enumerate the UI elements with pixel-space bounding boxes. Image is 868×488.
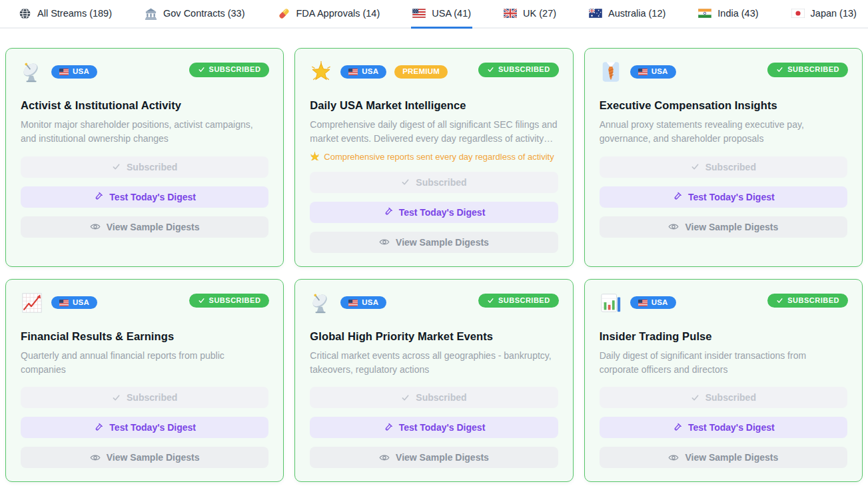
test-tube-icon	[93, 423, 103, 433]
card-title: Financial Results & Earnings	[21, 330, 268, 343]
card-title: Insider Trading Pulse	[600, 330, 847, 343]
tab-usa[interactable]: USA (41)	[411, 0, 472, 29]
tab-india[interactable]: India (43)	[697, 0, 759, 29]
check-icon	[691, 393, 699, 402]
tab-label: UK (27)	[523, 8, 556, 19]
tab-label: FDA Approvals (14)	[296, 8, 380, 19]
test-tube-icon	[383, 423, 393, 433]
usa-flag-icon	[59, 69, 69, 75]
subscribed-button[interactable]: Subscribed	[600, 156, 847, 178]
tab-japan[interactable]: Japan (13)	[790, 0, 858, 29]
tab-label: USA (41)	[432, 8, 471, 19]
check-icon	[112, 393, 121, 402]
view-samples-button[interactable]: View Sample Digests	[310, 447, 558, 468]
usa-flag-icon	[59, 300, 69, 306]
subscribed-status-badge: SUBSCRIBED	[767, 294, 848, 308]
test-digest-button[interactable]: Test Today's Digest	[600, 417, 847, 438]
view-samples-button[interactable]: View Sample Digests	[21, 447, 268, 468]
subscribed-button[interactable]: Subscribed	[310, 387, 558, 408]
test-tube-icon	[672, 423, 682, 433]
subscribed-button[interactable]: Subscribed	[21, 387, 268, 408]
tab-label: Australia (12)	[608, 8, 665, 19]
check-icon	[487, 297, 494, 304]
card-description: Quarterly and annual financial reports f…	[21, 349, 268, 377]
check-icon	[776, 297, 783, 304]
test-digest-button[interactable]: Test Today's Digest	[600, 186, 847, 208]
stream-card-insider-trading: SUBSCRIBED USA Insider Trading Pulse Dai…	[584, 279, 863, 483]
tab-fda-approvals[interactable]: FDA Approvals (14)	[276, 0, 382, 29]
eye-icon	[668, 222, 679, 231]
india-flag-icon	[698, 9, 711, 18]
eye-icon	[379, 238, 390, 246]
check-icon	[776, 66, 783, 73]
card-title: Daily USA Market Intelligence	[310, 99, 558, 112]
card-description: Annual proxy statements revealing execut…	[600, 118, 847, 146]
uk-flag-icon	[504, 9, 517, 18]
stream-card-executive-compensation: SUBSCRIBED USA Executive Compensation In…	[584, 48, 863, 267]
test-digest-button[interactable]: Test Today's Digest	[310, 202, 558, 223]
usa-country-badge: USA	[51, 65, 97, 79]
tab-label: Japan (13)	[811, 8, 857, 19]
test-digest-button[interactable]: Test Today's Digest	[21, 186, 268, 208]
usa-flag-icon	[348, 300, 358, 306]
card-title: Executive Compensation Insights	[600, 99, 847, 112]
japan-flag-icon	[791, 9, 805, 18]
eye-icon	[90, 222, 101, 231]
card-description: Comprehensive daily digest of all signif…	[310, 118, 558, 146]
view-samples-button[interactable]: View Sample Digests	[600, 216, 847, 238]
card-description: Daily digest of significant insider tran…	[600, 349, 847, 377]
stream-card-activist-institutional: SUBSCRIBED USA Activist & Institutional …	[5, 48, 284, 267]
chart-increasing-icon	[21, 292, 43, 314]
check-icon	[401, 393, 410, 402]
view-samples-button[interactable]: View Sample Digests	[600, 447, 847, 468]
tab-australia[interactable]: Australia (12)	[588, 0, 667, 29]
usa-country-badge: USA	[51, 296, 97, 310]
subscribed-status-badge: SUBSCRIBED	[478, 294, 559, 308]
check-icon	[198, 297, 205, 304]
usa-country-badge: USA	[630, 65, 676, 79]
card-title: Activist & Institutional Activity	[21, 99, 268, 112]
usa-flag-icon	[412, 9, 426, 18]
daily-delivery-note: Comprehensive reports sent every day reg…	[310, 152, 558, 162]
subscribed-status-badge: SUBSCRIBED	[189, 63, 270, 77]
australia-flag-icon	[589, 9, 602, 18]
test-digest-button[interactable]: Test Today's Digest	[21, 417, 268, 438]
subscribed-button[interactable]: Subscribed	[600, 387, 847, 408]
eye-icon	[668, 453, 679, 462]
test-tube-icon	[383, 207, 393, 217]
tab-all-streams[interactable]: All Streams (189)	[17, 0, 113, 29]
subscribed-status-badge: SUBSCRIBED	[478, 63, 559, 77]
glowing-star-icon	[310, 152, 320, 162]
tab-gov-contracts[interactable]: Gov Contracts (33)	[143, 0, 246, 29]
stream-card-global-high-priority: SUBSCRIBED USA Global High Priority Mark…	[294, 279, 573, 483]
glowing-star-icon	[310, 61, 332, 83]
usa-country-badge: USA	[340, 296, 386, 310]
view-samples-button[interactable]: View Sample Digests	[310, 232, 558, 253]
bar-chart-icon	[600, 292, 622, 314]
subscribed-button[interactable]: Subscribed	[21, 156, 268, 178]
card-description: Critical market events across all geogra…	[310, 349, 558, 377]
stream-filter-tabbar: All Streams (189) Gov Contracts (33) FDA…	[0, 0, 868, 29]
usa-flag-icon	[638, 300, 648, 306]
stream-card-grid: SUBSCRIBED USA Activist & Institutional …	[5, 48, 863, 482]
usa-flag-icon	[348, 69, 358, 75]
subscribed-status-badge: SUBSCRIBED	[767, 63, 848, 77]
check-icon	[401, 178, 410, 186]
view-samples-button[interactable]: View Sample Digests	[21, 216, 268, 238]
test-tube-icon	[672, 192, 682, 202]
usa-country-badge: USA	[340, 65, 386, 79]
test-digest-button[interactable]: Test Today's Digest	[310, 417, 558, 438]
tab-uk[interactable]: UK (27)	[502, 0, 558, 29]
usa-flag-icon	[638, 69, 648, 75]
stream-card-financial-results: SUBSCRIBED USA Financial Results & Earni…	[5, 279, 284, 483]
tab-label: India (43)	[717, 8, 758, 19]
subscribed-status-badge: SUBSCRIBED	[189, 294, 270, 308]
satellite-dish-icon	[310, 292, 332, 314]
test-tube-icon	[93, 192, 103, 202]
check-icon	[691, 162, 699, 171]
eye-icon	[90, 453, 101, 462]
premium-badge: PREMIUM	[394, 65, 448, 79]
subscribed-button[interactable]: Subscribed	[310, 172, 558, 193]
tab-label: Gov Contracts (33)	[163, 8, 245, 19]
tab-label: All Streams (189)	[37, 8, 112, 19]
